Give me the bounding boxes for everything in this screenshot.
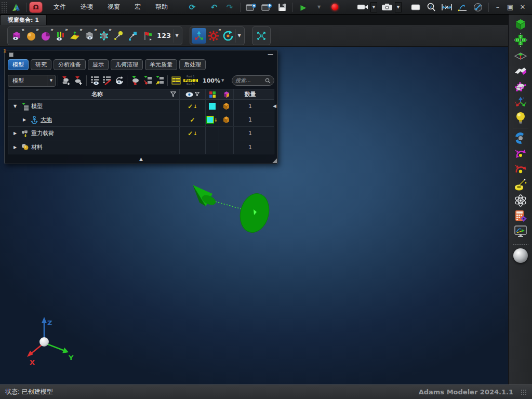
fit-view-icon[interactable] [409, 1, 422, 14]
panel-minimize-button[interactable]: — [268, 53, 273, 56]
panel-title-bar[interactable]: — [5, 50, 277, 58]
sidebar-drag-dots[interactable] [513, 244, 528, 245]
screenshot-dropdown[interactable]: ▼ [395, 2, 402, 12]
remove-list-icon[interactable] [101, 75, 113, 86]
view-rotate-icon[interactable] [221, 28, 235, 44]
show-solid-icon[interactable]: » [82, 28, 97, 44]
menu-window[interactable]: 视窗 [100, 0, 127, 15]
plot-results-icon[interactable] [512, 224, 529, 240]
tab-model[interactable]: 模型 [8, 59, 29, 70]
solid-rep-icon[interactable] [222, 102, 230, 110]
screenshot-icon[interactable] [380, 1, 394, 14]
rotate-red-icon[interactable] [512, 162, 529, 177]
triad-icon[interactable]: zxy [512, 95, 529, 110]
tab-display[interactable]: 显示 [88, 59, 109, 70]
rotate-magenta-icon[interactable] [512, 146, 529, 162]
run-options-dropdown[interactable]: ▼ [312, 1, 326, 14]
visibility-check-icon[interactable]: ✓ [188, 130, 193, 137]
export-model-icon[interactable] [260, 1, 273, 14]
tab-element-quality[interactable]: 单元质量 [145, 59, 177, 70]
collapse-left-icon[interactable]: ◀ [273, 103, 276, 109]
import-model-icon[interactable] [244, 1, 258, 14]
show-plane-icon[interactable]: » [68, 28, 82, 44]
menu-help[interactable]: 帮助 [148, 0, 175, 15]
add-filter-alt-icon[interactable] [72, 75, 84, 86]
show-sector-icon[interactable]: » [38, 28, 53, 44]
menu-macro[interactable]: 宏 [127, 0, 148, 15]
solver-settings-icon[interactable] [512, 208, 529, 224]
shading-sphere-widget[interactable] [513, 248, 528, 263]
surface-patch-icon[interactable] [512, 63, 529, 79]
add-filter-icon[interactable] [60, 75, 72, 86]
atom-icon[interactable] [512, 193, 529, 208]
expander-icon[interactable]: ▶ [21, 117, 28, 122]
visibility-column-icon[interactable] [185, 92, 193, 97]
view-rotate-tool-icon[interactable] [512, 130, 529, 146]
visibility-check-icon[interactable]: ✓ [188, 103, 193, 110]
color-column-icon[interactable] [209, 91, 216, 98]
representation-column-icon[interactable] [223, 91, 230, 98]
measure-rotation-icon[interactable] [471, 1, 485, 14]
collapse-up-icon[interactable]: ▲ [139, 156, 143, 162]
tree-row-material[interactable]: ▶ 材料 1 [8, 140, 274, 154]
show-markers-icon[interactable]: » [53, 28, 68, 44]
viewport-3d[interactable]: Z X Y 1 — 模型 研究 分析准备 显示 几何清理 单元质量 后处理 模型 [0, 47, 508, 384]
table-view-icon[interactable] [170, 75, 182, 86]
tab-study[interactable]: 研究 [31, 59, 51, 70]
id-numbers-toggle[interactable]: 123 [155, 32, 173, 39]
show-sphere-icon[interactable]: » [24, 28, 38, 44]
name-filter-icon[interactable] [170, 91, 176, 97]
light-bulb-icon[interactable] [512, 110, 529, 126]
top-view-icon[interactable] [512, 32, 529, 48]
id-numbers-dropdown[interactable]: ▼ [173, 29, 180, 43]
run-simulation-icon[interactable]: ▶ [297, 1, 310, 14]
plane-view-icon[interactable] [512, 48, 529, 63]
show-list-icon[interactable] [89, 75, 101, 86]
tree-row-model[interactable]: ▼ 模型 ✓↓ 1 [8, 100, 274, 113]
tab-postprocess[interactable]: 后处理 [179, 59, 206, 70]
visibility-check-icon[interactable]: ✓ [190, 116, 195, 124]
video-capture-dropdown[interactable]: ▼ [370, 2, 377, 12]
expander-icon[interactable]: ▶ [11, 131, 19, 136]
panel-dock-icon[interactable] [9, 52, 14, 57]
record-icon[interactable] [328, 1, 341, 14]
measure-angle-icon[interactable] [456, 1, 469, 14]
expander-icon[interactable]: ▶ [11, 145, 19, 150]
measure-distance-icon[interactable] [440, 1, 454, 14]
isolate-filter-icon[interactable] [129, 75, 141, 86]
close-button[interactable]: ✕ [516, 3, 529, 11]
tab-geometry-cleanup[interactable]: 几何清理 [111, 59, 143, 70]
adams-app-icon[interactable]: Ω [30, 2, 42, 12]
filter-children-icon[interactable] [141, 75, 153, 86]
undo-icon[interactable]: ↶ [207, 1, 221, 14]
view-rotate-dropdown[interactable]: ▼ [235, 29, 243, 43]
zoom-dropdown-icon[interactable]: ▼ [221, 78, 224, 83]
column-count-header[interactable]: 数量 [234, 89, 267, 99]
refresh-visibility-icon[interactable] [113, 75, 125, 86]
zoom-fit-icon[interactable] [254, 28, 269, 44]
hide-geometry-icon[interactable]: « [9, 28, 24, 44]
tab-analysis-prep[interactable]: 分析准备 [54, 59, 86, 70]
combo-dropdown-icon[interactable]: ▼ [47, 75, 55, 86]
video-capture-icon[interactable] [356, 1, 369, 14]
show-vertices-icon[interactable]: » [97, 28, 111, 44]
menu-file[interactable]: 文件 [46, 0, 73, 15]
menu-options[interactable]: 选项 [73, 0, 100, 15]
sync-icon[interactable]: ⟳ [185, 1, 199, 14]
triad-toggle-icon[interactable] [192, 28, 206, 44]
flags-icon[interactable] [140, 28, 155, 44]
tree-row-gravity[interactable]: ▶ gg 重力载荷 ✓↓ 1 [8, 127, 274, 140]
iso-view-icon[interactable] [512, 17, 529, 32]
window-resize-grip[interactable] [521, 389, 527, 395]
browser-zoom-level[interactable]: 100% [203, 77, 220, 84]
minimize-button[interactable]: – [491, 3, 504, 11]
solid-rep-icon[interactable] [222, 116, 230, 124]
expander-icon[interactable]: ▼ [11, 104, 19, 109]
column-name-header[interactable]: 名称 [91, 90, 103, 98]
entity-type-combo[interactable]: 模型 ▼ [8, 75, 56, 87]
color-swatch[interactable] [207, 116, 214, 123]
tree-row-ground[interactable]: ▶ 大地 ✓ ↓ 1 [8, 113, 274, 127]
redo-icon[interactable]: ↷ [223, 1, 236, 14]
maximize-button[interactable]: ▣ [504, 3, 516, 11]
color-swatch[interactable] [209, 103, 216, 110]
